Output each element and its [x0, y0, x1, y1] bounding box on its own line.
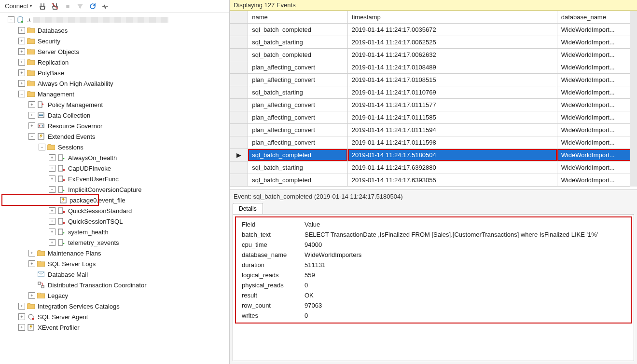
expand-icon[interactable]: + [49, 175, 55, 182]
tree-node-sql-server-logs[interactable]: +SQL Server Logs [1, 258, 229, 269]
expand-icon[interactable]: + [49, 207, 55, 214]
details-row[interactable]: batch_textSELECT TransactionDate ,IsFina… [239, 229, 628, 240]
table-row[interactable]: plan_affecting_convert2019-01-14 11:24:1… [230, 74, 637, 86]
expand-icon[interactable]: + [28, 292, 35, 299]
tree-node-integration-services[interactable]: +Integration Services Catalogs [1, 301, 229, 311]
details-table[interactable]: Field Value batch_textSELECT Transaction… [239, 219, 628, 321]
expand-icon[interactable]: + [18, 69, 25, 76]
tree-node-always-on[interactable]: +Always On High Availability [1, 78, 229, 89]
tree-node-extended-events[interactable]: −Extended Events [1, 131, 229, 142]
table-row[interactable]: sql_batch_starting2019-01-14 11:24:17.63… [230, 162, 637, 174]
column-header-name[interactable]: name [248, 11, 348, 24]
disconnect-icon[interactable] [51, 2, 59, 10]
table-row[interactable]: ▶sql_batch_completed2019-01-14 11:24:17.… [230, 149, 637, 162]
refresh-icon[interactable] [89, 2, 97, 10]
expand-icon[interactable]: + [28, 122, 35, 129]
table-row[interactable]: plan_affecting_convert2019-01-14 11:24:1… [230, 61, 637, 74]
collapse-icon[interactable]: − [8, 16, 14, 23]
column-header-database[interactable]: database_name [557, 11, 637, 24]
table-row[interactable]: plan_affecting_convert2019-01-14 11:24:1… [230, 111, 637, 124]
vertical-scrollbar[interactable] [630, 11, 637, 187]
expand-icon[interactable]: + [28, 250, 35, 256]
table-row[interactable]: sql_batch_starting2019-01-14 11:24:17.00… [230, 36, 637, 49]
tree-node-alwayson-health[interactable]: +AlwaysOn_health [1, 152, 229, 163]
expand-icon[interactable]: + [18, 303, 25, 310]
expand-icon[interactable]: + [18, 80, 25, 87]
details-row[interactable]: resultOK [239, 290, 628, 300]
tree-node-package0-event-file[interactable]: package0.event_file [2, 195, 98, 205]
expand-icon[interactable]: + [28, 101, 35, 108]
cell-database: WideWorldImport... [557, 149, 637, 162]
tree-node-sessions[interactable]: −Sessions [1, 142, 229, 152]
tree-node-exeventuserfunc[interactable]: +ExEventUserFunc [1, 174, 229, 184]
expand-icon[interactable]: + [18, 59, 25, 66]
tree-node-policy-management[interactable]: +Policy Management [1, 99, 229, 110]
table-row[interactable]: sql_batch_completed2019-01-14 11:24:17.0… [230, 24, 637, 36]
column-header-timestamp[interactable]: timestamp [347, 11, 557, 24]
table-row[interactable]: plan_affecting_convert2019-01-14 11:24:1… [230, 99, 637, 111]
tree-label: Databases [38, 27, 68, 34]
expand-icon[interactable]: + [18, 313, 25, 320]
tab-details[interactable]: Details [233, 203, 263, 214]
tree-node-server[interactable]: − .\ [1, 14, 229, 25]
expand-icon[interactable]: + [28, 112, 35, 119]
connect-button[interactable]: Connect ▾ [3, 1, 34, 11]
table-row[interactable]: sql_batch_completed2019-01-14 11:24:17.0… [230, 49, 637, 61]
events-grid[interactable]: name timestamp database_name sql_batch_c… [230, 11, 637, 187]
details-field-value: WideWorldImporters [302, 250, 628, 260]
tree-node-dtc[interactable]: Distributed Transaction Coordinator [1, 280, 229, 290]
tree-node-implicitconversioncapture[interactable]: −ImplicitConversionCapture [1, 184, 229, 195]
cell-name: plan_affecting_convert [248, 61, 348, 74]
table-row[interactable]: plan_affecting_convert2019-01-14 11:24:1… [230, 124, 637, 136]
tree-node-system-health[interactable]: +system_health [1, 227, 229, 237]
expand-icon[interactable]: + [18, 324, 25, 331]
collapse-icon[interactable]: − [49, 186, 55, 193]
details-row[interactable]: physical_reads0 [239, 280, 628, 290]
expand-icon[interactable]: + [18, 27, 25, 34]
tree-node-maintenance-plans[interactable]: +Maintenance Plans [1, 248, 229, 258]
expand-icon[interactable]: + [49, 154, 55, 161]
expand-icon[interactable]: + [49, 165, 55, 172]
expand-icon[interactable]: + [18, 38, 25, 44]
expand-icon[interactable]: + [18, 48, 25, 55]
details-row[interactable]: database_nameWideWorldImporters [239, 250, 628, 260]
details-row[interactable]: cpu_time94000 [239, 240, 628, 250]
connect-icon[interactable] [39, 2, 46, 10]
tree-node-database-mail[interactable]: Database Mail [1, 269, 229, 280]
activity-icon[interactable] [101, 2, 109, 10]
tree-node-databases[interactable]: +Databases [1, 25, 229, 36]
tree-node-quicksessionstandard[interactable]: +QuickSessionStandard [1, 205, 229, 216]
expand-icon[interactable]: + [28, 260, 35, 267]
details-field-value: 97063 [302, 300, 628, 310]
table-row[interactable]: sql_batch_starting2019-01-14 11:24:17.01… [230, 86, 637, 99]
table-row[interactable]: sql_batch_completed2019-01-14 11:24:17.6… [230, 174, 637, 187]
object-explorer-tree[interactable]: − .\ +Databases +Security +Server Object… [0, 13, 229, 364]
tree-node-capudfinvoke[interactable]: +CapUDFInvoke [1, 163, 229, 174]
expand-icon[interactable]: + [49, 218, 55, 225]
tree-node-replication[interactable]: +Replication [1, 57, 229, 67]
tree-node-xevent-profiler[interactable]: +XEvent Profiler [1, 322, 229, 333]
tree-node-security[interactable]: +Security [1, 36, 229, 46]
details-row[interactable]: row_count97063 [239, 300, 628, 310]
tree-node-management[interactable]: −Management [1, 89, 229, 99]
cell-database: WideWorldImport... [557, 111, 637, 124]
tree-node-quicksessiontsql[interactable]: +QuickSessionTSQL [1, 216, 229, 227]
expand-icon[interactable]: + [49, 229, 55, 235]
collapse-icon[interactable]: − [28, 133, 35, 140]
tree-node-legacy[interactable]: +Legacy [1, 290, 229, 301]
tree-node-server-objects[interactable]: +Server Objects [1, 46, 229, 57]
tree-node-polybase[interactable]: +PolyBase [1, 67, 229, 78]
details-field-name: writes [239, 310, 302, 321]
tree-node-resource-governor[interactable]: +Resource Governor [1, 121, 229, 131]
expand-icon[interactable]: + [49, 239, 55, 246]
details-row[interactable]: duration511131 [239, 260, 628, 270]
details-row[interactable]: logical_reads559 [239, 270, 628, 280]
tree-node-data-collection[interactable]: +Data Collection [1, 110, 229, 121]
collapse-icon[interactable]: − [39, 144, 45, 150]
table-row[interactable]: plan_affecting_convert2019-01-14 11:24:1… [230, 136, 637, 149]
details-field-value: 511131 [302, 260, 628, 270]
tree-node-telemetry-xevents[interactable]: +telemetry_xevents [1, 237, 229, 248]
collapse-icon[interactable]: − [18, 91, 25, 97]
details-row[interactable]: writes0 [239, 310, 628, 321]
tree-node-sql-server-agent[interactable]: +SQL Server Agent [1, 311, 229, 322]
